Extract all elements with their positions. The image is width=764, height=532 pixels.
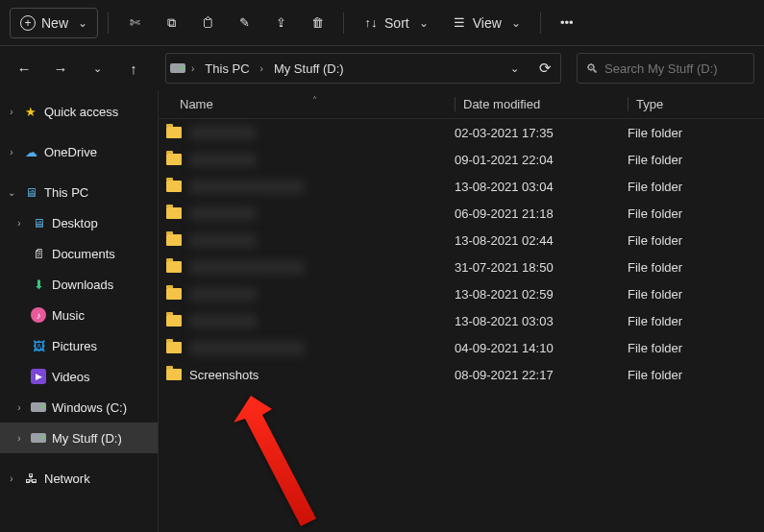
file-name: Screenshots — [189, 368, 259, 382]
spacer — [0, 127, 158, 136]
sidebar-item-onedrive[interactable]: › ☁ OneDrive — [0, 136, 158, 167]
cell-type: File folder — [628, 206, 764, 221]
sidebar-item-label: This PC — [44, 185, 88, 200]
arrow-left-icon: ← — [17, 60, 32, 77]
breadcrumb-seg-thispc[interactable]: This PC — [200, 58, 254, 80]
separator — [540, 12, 541, 34]
share-button[interactable]: ⇪ — [264, 7, 297, 39]
address-history-button[interactable]: ⌄ — [503, 57, 526, 80]
file-name: ████ — [189, 206, 257, 221]
sidebar-item-mystuff-d[interactable]: › My Stuff (D:) — [0, 423, 158, 453]
sort-icon: ↑↓ — [363, 15, 379, 31]
sidebar-item-network[interactable]: › 🖧 Network — [0, 463, 158, 494]
delete-button[interactable]: 🗑︎ — [301, 7, 333, 39]
recent-button[interactable]: ⌄ — [83, 54, 111, 83]
cell-type: File folder — [628, 314, 764, 328]
address-bar[interactable]: › This PC › My Stuff (D:) ⌄ ⟳ — [165, 53, 561, 84]
folder-icon — [166, 181, 182, 192]
new-label: New — [41, 15, 68, 31]
col-header-name[interactable]: Name ˄ — [159, 97, 455, 111]
up-button[interactable]: ↑ — [119, 54, 148, 83]
cell-date: 08-09-2021 22:17 — [455, 368, 628, 382]
sidebar-item-quick-access[interactable]: › ★ Quick access — [0, 96, 158, 127]
view-icon: ☰ — [452, 15, 467, 31]
cell-type: File folder — [628, 180, 764, 194]
sort-asc-icon: ˄ — [312, 95, 317, 106]
cell-name: ████ — [159, 314, 455, 328]
sidebar-item-label: Desktop — [52, 216, 98, 230]
file-name: ████████ — [189, 180, 305, 194]
rename-icon: ✎ — [236, 15, 252, 31]
sidebar-item-thispc[interactable]: ⌄ 🖥︎ This PC — [0, 177, 158, 207]
more-button[interactable]: ••• — [551, 7, 583, 39]
col-header-date[interactable]: Date modified — [455, 97, 628, 111]
sidebar-item-desktop[interactable]: › 🖥︎ Desktop — [0, 207, 158, 238]
cut-button[interactable]: ✄ — [118, 7, 151, 39]
sidebar-item-music[interactable]: ♪ Music — [0, 300, 158, 330]
new-button[interactable]: + New — [10, 8, 98, 38]
spacer — [0, 453, 158, 463]
file-row[interactable]: Screenshots08-09-2021 22:17File folder — [159, 361, 764, 388]
col-header-type[interactable]: Type — [628, 97, 764, 111]
folder-icon — [166, 207, 182, 219]
arrow-up-icon: ↑ — [130, 60, 137, 77]
file-row[interactable]: ████06-09-2021 21:18File folder — [159, 200, 764, 227]
folder-icon — [166, 369, 182, 380]
copy-icon: ⧉ — [163, 15, 179, 31]
forward-button[interactable]: → — [46, 54, 75, 83]
file-name: █████ — [189, 153, 257, 167]
separator — [343, 12, 344, 34]
folder-icon — [166, 234, 182, 246]
nav-bar: ← → ⌄ ↑ › This PC › My Stuff (D:) ⌄ ⟳ 🔍︎ — [0, 46, 764, 90]
file-row[interactable]: ████02-03-2021 17:35File folder — [159, 119, 764, 146]
paste-button[interactable]: 📋︎ — [191, 7, 224, 39]
view-button[interactable]: ☰ View — [442, 7, 530, 39]
file-row[interactable]: █████09-01-2021 22:04File folder — [159, 146, 764, 173]
copy-button[interactable]: ⧉ — [155, 7, 187, 39]
back-button[interactable]: ← — [10, 54, 38, 83]
file-row[interactable]: █████13-08-2021 02:44File folder — [159, 227, 764, 254]
sidebar-item-windows-c[interactable]: › Windows (C:) — [0, 392, 158, 423]
rename-button[interactable]: ✎ — [228, 7, 260, 39]
chevron-right-icon: › — [259, 63, 265, 74]
file-name: ████ — [189, 126, 257, 140]
file-row[interactable]: ███31-07-2021 18:50File folder — [159, 254, 764, 280]
file-row[interactable]: ██04-09-2021 14:10File folder — [159, 334, 764, 361]
file-row[interactable]: ████████13-08-2021 03:04File folder — [159, 173, 764, 200]
cell-type: File folder — [628, 341, 764, 355]
folder-icon — [166, 315, 182, 326]
download-icon: ⬇ — [31, 277, 46, 292]
sort-button[interactable]: ↑↓ Sort — [354, 7, 438, 39]
sidebar-item-pictures[interactable]: 🖼︎ Pictures — [0, 330, 158, 361]
plus-icon: + — [20, 15, 36, 31]
refresh-button[interactable]: ⟳ — [533, 57, 556, 80]
folder-icon — [166, 261, 182, 273]
videos-icon: ▶ — [31, 369, 46, 384]
clipboard-icon: 📋︎ — [200, 15, 215, 31]
chevron-down-icon: ⌄ — [510, 62, 519, 75]
cell-type: File folder — [628, 126, 764, 140]
file-row[interactable]: █████13-08-2021 02:59File folder — [159, 280, 764, 307]
caret-right-icon: › — [6, 107, 17, 117]
cell-date: 09-01-2021 22:04 — [455, 153, 628, 167]
document-icon: 📄︎ — [31, 246, 46, 261]
breadcrumb-seg-drive[interactable]: My Stuff (D:) — [269, 58, 349, 80]
cell-date: 13-08-2021 03:04 — [455, 180, 628, 194]
view-label: View — [473, 15, 502, 31]
file-row[interactable]: ████13-08-2021 03:03File folder — [159, 307, 764, 334]
sidebar-item-label: Pictures — [52, 339, 97, 353]
sidebar-item-downloads[interactable]: ⬇ Downloads — [0, 269, 158, 300]
file-name: ████ — [189, 314, 257, 328]
drive-icon — [31, 430, 46, 446]
search-box[interactable]: 🔍︎ — [577, 53, 754, 84]
network-icon: 🖧 — [23, 471, 38, 486]
desktop-icon: 🖥︎ — [31, 215, 46, 230]
sidebar-item-label: Music — [52, 308, 85, 323]
command-bar: + New ✄ ⧉ 📋︎ ✎ ⇪ 🗑︎ ↑↓ Sort ☰ View ••• — [0, 0, 764, 46]
sidebar-item-videos[interactable]: ▶ Videos — [0, 361, 158, 392]
search-input[interactable] — [604, 61, 746, 76]
music-icon: ♪ — [31, 307, 46, 323]
more-icon: ••• — [559, 15, 575, 31]
sidebar-item-documents[interactable]: 📄︎ Documents — [0, 238, 158, 269]
sidebar-item-label: Quick access — [44, 105, 118, 119]
